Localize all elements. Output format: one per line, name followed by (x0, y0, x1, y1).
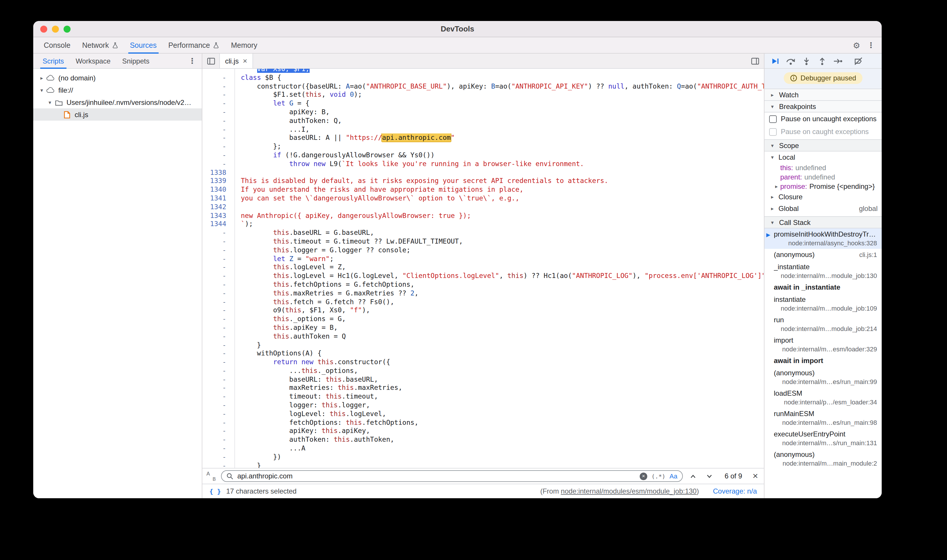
code-line[interactable]: -authToken: Q, (202, 117, 764, 125)
frame-location[interactable]: node:internal/m…s/run_main:131 (774, 439, 877, 447)
code-line[interactable]: -maxRetries: this.maxRetries, (202, 384, 764, 392)
pretty-print-icon[interactable]: { } (209, 488, 221, 495)
code-line[interactable]: -this.logger = G.logger ?? console; (202, 246, 764, 254)
zoom-window-button[interactable] (63, 25, 71, 32)
code-editor[interactable]: var Xs0, $F1,-class $B {-constructor({ba… (202, 69, 764, 468)
call-stack-frame[interactable]: executeUserEntryPointnode:internal/m…s/r… (765, 428, 882, 449)
code-line[interactable]: -this._options = G, (202, 315, 764, 323)
code-line[interactable]: -this.maxRetries = G.maxRetries ?? 2, (202, 289, 764, 297)
editor-tab-cli-js[interactable]: cli.js × (220, 54, 253, 68)
frame-location[interactable]: node:internal/m…module_job:214 (774, 325, 877, 333)
code-line[interactable]: -return new this.constructor({ (202, 358, 764, 366)
deactivate-breakpoints-button[interactable] (850, 54, 866, 68)
toggle-navigator-icon[interactable] (202, 54, 220, 68)
navigator-more-icon[interactable]: ⋮ (188, 54, 202, 68)
code-line[interactable]: -timeout: this.timeout, (202, 392, 764, 401)
code-line[interactable]: -baseURL: this.baseURL, (202, 375, 764, 384)
checkbox[interactable] (769, 128, 777, 135)
code-line[interactable]: -this.fetchOptions = G.fetchOptions, (202, 280, 764, 289)
call-stack-frame[interactable]: importnode:internal/m…esm/loader:329 (765, 334, 882, 355)
code-line[interactable]: 1341you can set the \`dangerouslyAllowBr… (202, 194, 764, 203)
tab-sources[interactable]: Sources (124, 37, 162, 53)
chevron-right-icon[interactable]: ▸ (38, 75, 45, 81)
tab-network[interactable]: Network (76, 37, 124, 53)
code-line[interactable]: -class $B { (202, 74, 764, 82)
ab-replace-toggle-icon[interactable]: A B (206, 471, 216, 481)
scope-group-closure[interactable]: ▸Closure (765, 191, 882, 203)
chevron-down-icon[interactable]: ▾ (768, 154, 776, 160)
code-line[interactable]: -}; (202, 142, 764, 151)
close-find-bar-icon[interactable]: × (753, 471, 758, 482)
code-line[interactable]: -apiKey: B, (202, 108, 764, 117)
call-stack-frame[interactable]: instantiatenode:internal/m…module_job:10… (765, 294, 882, 314)
step-out-button[interactable] (814, 54, 830, 68)
code-line[interactable]: -this.logLevel = Hc1(G.logLevel, "Client… (202, 272, 764, 280)
chevron-right-icon[interactable]: ▸ (768, 194, 776, 200)
coverage-link[interactable]: Coverage: n/a (713, 487, 757, 495)
code-line[interactable]: -...A (202, 444, 764, 453)
search-input[interactable]: × (.*) Aa (221, 470, 683, 482)
chevron-down-icon[interactable]: ▾ (46, 99, 54, 105)
tab-performance[interactable]: Performance (162, 37, 225, 53)
search-query-field[interactable] (238, 472, 635, 480)
frame-location[interactable]: node:internal/m…es/run_main:98 (774, 418, 877, 426)
code-line[interactable]: -logger: this.logger, (202, 401, 764, 410)
call-stack-frame[interactable]: loadESMnode:internal/p…/esm_loader:34 (765, 388, 882, 408)
call-stack-frame[interactable]: await in import (765, 355, 882, 367)
code-line[interactable]: -o9(this, $F1, Xs0, "f"), (202, 306, 764, 315)
tab-memory[interactable]: Memory (225, 37, 263, 53)
step-over-button[interactable] (782, 54, 798, 68)
frame-location[interactable]: node:internal/p…/esm_loader:34 (774, 398, 877, 406)
call-stack-frame[interactable]: _instantiatenode:internal/m…module_job:1… (765, 261, 882, 282)
tree-item-no-domain[interactable]: ▸(no domain) (33, 72, 202, 84)
frame-location[interactable]: node:internal/m…es/run_main:99 (774, 378, 877, 386)
code-line[interactable]: -let Z = "warn"; (202, 254, 764, 263)
code-line[interactable]: -...I, (202, 125, 764, 134)
code-line[interactable]: -if (!G.dangerouslyAllowBrowser && Ys0()… (202, 151, 764, 160)
previous-match-button[interactable] (687, 470, 699, 482)
code-line[interactable]: 1343new Anthropic({ apiKey, dangerouslyA… (202, 211, 764, 220)
frame-location[interactable]: node:internal/m…module_job:109 (774, 304, 877, 312)
code-line[interactable]: -this.apiKey = B, (202, 323, 764, 332)
step-into-button[interactable] (798, 54, 814, 68)
more-options-icon[interactable]: ⋮ (867, 41, 875, 49)
call-stack-frame[interactable]: await in _instantiate (765, 282, 882, 294)
code-line[interactable]: -this.logLevel = Z, (202, 263, 764, 272)
breakpoint-option[interactable]: Pause on caught exceptions (765, 125, 882, 138)
clear-search-icon[interactable]: × (640, 472, 647, 480)
tab-console[interactable]: Console (38, 37, 76, 53)
code-line[interactable]: -withOptions(A) { (202, 349, 764, 358)
scope-variable[interactable]: this: undefined (765, 163, 882, 172)
code-line[interactable]: 1338 (202, 168, 764, 177)
code-line[interactable]: -} (202, 461, 764, 468)
resume-script-button[interactable] (767, 54, 782, 68)
code-line[interactable]: var Xs0, $F1, (202, 69, 764, 74)
code-line[interactable]: 1339This is disabled by default, as it r… (202, 177, 764, 186)
frame-location[interactable]: node:internal/m…module_job:130 (774, 272, 877, 280)
code-line[interactable]: -...this._options, (202, 366, 764, 375)
breakpoints-section-header[interactable]: ▾ Breakpoints (765, 101, 882, 112)
frame-location[interactable]: node:internal/m…main_module:2 (774, 459, 877, 467)
call-stack-frame[interactable]: (anonymous)cli.js:1 (765, 249, 882, 261)
scope-variable[interactable]: parent: undefined (765, 172, 882, 182)
frame-location[interactable]: node:internal/m…esm/loader:329 (774, 345, 877, 353)
watch-section-header[interactable]: ▸ Watch (765, 89, 882, 101)
minimize-window-button[interactable] (52, 25, 59, 32)
code-line[interactable]: -}) (202, 453, 764, 462)
match-case-toggle-icon[interactable]: Aa (669, 472, 677, 480)
code-line[interactable]: -this.baseURL = G.baseURL, (202, 228, 764, 237)
code-line[interactable]: -this.fetch = G.fetch ?? Fs0(), (202, 297, 764, 306)
chevron-right-icon[interactable]: ▸ (768, 206, 776, 212)
code-line[interactable]: 1340If you understand the risks and have… (202, 185, 764, 194)
call-stack-frame[interactable]: ▶promiseInitHookWithDestroyTr…node:inter… (765, 228, 882, 249)
code-line[interactable]: -authToken: this.authToken, (202, 435, 764, 444)
call-stack-section-header[interactable]: ▾ Call Stack (765, 217, 882, 228)
regex-toggle-icon[interactable]: (.*) (651, 473, 665, 479)
tree-item-users-jinhuilee-nvm-versions-node-v2[interactable]: ▾Users/jinhuilee/.nvm/versions/node/v2… (33, 96, 202, 108)
chevron-right-icon[interactable]: ▸ (773, 183, 780, 189)
chevron-down-icon[interactable]: ▾ (38, 87, 45, 93)
next-match-button[interactable] (703, 470, 715, 482)
tree-item-cli-js[interactable]: cli.js (33, 108, 202, 121)
code-line[interactable]: -logLevel: this.logLevel, (202, 410, 764, 418)
source-origin-link[interactable]: node:internal/modules/esm/module_job:130 (561, 487, 697, 495)
